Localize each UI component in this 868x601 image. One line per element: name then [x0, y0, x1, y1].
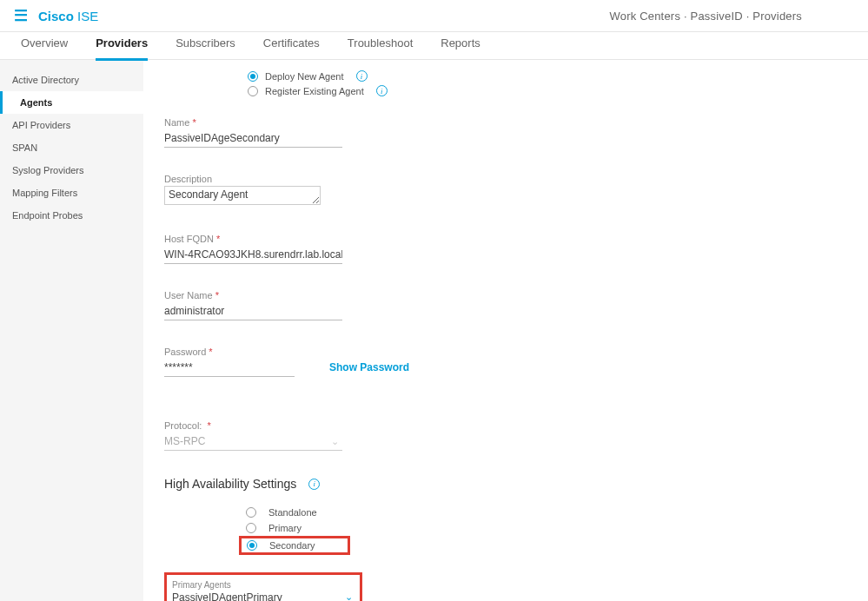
- content: Deploy New Agent i Register Existing Age…: [143, 60, 868, 601]
- field-password-row: Password * Show Password: [164, 347, 847, 377]
- field-description: Description: [164, 174, 342, 208]
- username-input[interactable]: [164, 302, 342, 320]
- primary-agents-label: Primary Agents: [172, 580, 354, 590]
- body: Active Directory Agents API Providers SP…: [0, 60, 868, 601]
- primary-agents-value: PassiveIDAgentPrimary: [172, 591, 282, 601]
- field-host-fqdn: Host FQDN *: [164, 234, 342, 264]
- field-protocol: Protocol: * MS-RPC ⌄: [164, 420, 342, 451]
- ha-settings-header: High Availability Settings i: [164, 477, 847, 491]
- form: Name * Description Host FQDN * User Name…: [164, 117, 847, 451]
- ha-title: High Availability Settings: [164, 477, 296, 491]
- sidebar-item-agents[interactable]: Agents: [0, 91, 143, 114]
- tab-subscribers[interactable]: Subscribers: [176, 32, 235, 60]
- radio-dot-icon: [248, 86, 258, 96]
- password-input[interactable]: [164, 359, 295, 377]
- sidebar-item-endpoint-probes[interactable]: Endpoint Probes: [0, 204, 143, 227]
- radio-primary[interactable]: Primary: [239, 520, 847, 536]
- description-textarea[interactable]: [164, 186, 321, 205]
- field-label: Password *: [164, 347, 295, 357]
- sidebar-item-api-providers[interactable]: API Providers: [0, 114, 143, 136]
- field-password: Password *: [164, 347, 295, 377]
- field-name: Name *: [164, 117, 342, 148]
- show-password-link[interactable]: Show Password: [329, 361, 409, 373]
- name-input[interactable]: [164, 129, 342, 148]
- sidebar-item-syslog-providers[interactable]: Syslog Providers: [0, 159, 143, 182]
- field-label: Name *: [164, 117, 342, 128]
- field-label: User Name *: [164, 290, 342, 300]
- sidebar-item-span[interactable]: SPAN: [0, 136, 143, 159]
- radio-dot-icon: [246, 507, 256, 518]
- brand: Cisco ISE: [38, 9, 98, 23]
- radio-secondary[interactable]: Secondary: [247, 540, 315, 551]
- radio-label: Secondary: [269, 540, 315, 551]
- sidebar-item-mapping-filters[interactable]: Mapping Filters: [0, 182, 143, 204]
- field-label: Description: [164, 174, 342, 184]
- radio-standalone[interactable]: Standalone: [239, 505, 847, 520]
- radio-dot-icon: [246, 523, 256, 533]
- chevron-down-icon: ⌄: [331, 436, 339, 447]
- top-header: ☰ Cisco ISE Work Centers · PassiveID · P…: [0, 0, 868, 32]
- info-icon[interactable]: i: [376, 85, 388, 96]
- field-label: Host FQDN *: [164, 234, 342, 244]
- radio-label: Standalone: [268, 507, 317, 518]
- brand-ise: ISE: [74, 9, 98, 23]
- radio-label: Deploy New Agent: [265, 71, 344, 82]
- brand-cisco: Cisco: [38, 9, 74, 23]
- tab-troubleshoot[interactable]: Troubleshoot: [348, 32, 413, 60]
- sidebar-item-active-directory[interactable]: Active Directory: [0, 69, 143, 91]
- field-username: User Name *: [164, 290, 342, 320]
- breadcrumb: Work Centers · PassiveID · Providers: [609, 10, 802, 23]
- radio-register-existing[interactable]: Register Existing Agent i: [248, 85, 847, 96]
- tab-reports[interactable]: Reports: [441, 32, 480, 60]
- radio-label: Register Existing Agent: [265, 86, 364, 96]
- radio-dot-icon: [247, 540, 257, 551]
- sidebar: Active Directory Agents API Providers SP…: [0, 60, 143, 601]
- radio-deploy-new[interactable]: Deploy New Agent i: [248, 70, 847, 82]
- protocol-select[interactable]: MS-RPC ⌄: [164, 433, 342, 451]
- protocol-value: MS-RPC: [164, 435, 205, 447]
- radio-label: Primary: [268, 523, 301, 533]
- tab-bar: Overview Providers Subscribers Certifica…: [0, 32, 868, 60]
- highlight-primary-agents: Primary Agents PassiveIDAgentPrimary ⌄: [164, 572, 362, 601]
- host-fqdn-input[interactable]: [164, 246, 342, 264]
- menu-icon[interactable]: ☰: [14, 6, 28, 25]
- tab-overview[interactable]: Overview: [21, 32, 68, 60]
- radio-dot-icon: [248, 71, 258, 82]
- chevron-down-icon: ⌄: [345, 591, 353, 601]
- highlight-secondary: Secondary: [239, 536, 350, 555]
- primary-agents-select[interactable]: PassiveIDAgentPrimary ⌄: [172, 590, 354, 601]
- info-icon[interactable]: i: [308, 479, 320, 490]
- ha-radio-group: Standalone Primary Secondary: [239, 505, 847, 555]
- info-icon[interactable]: i: [356, 70, 368, 82]
- tab-certificates[interactable]: Certificates: [263, 32, 320, 60]
- field-label: Protocol: *: [164, 420, 342, 431]
- tab-providers[interactable]: Providers: [96, 32, 148, 60]
